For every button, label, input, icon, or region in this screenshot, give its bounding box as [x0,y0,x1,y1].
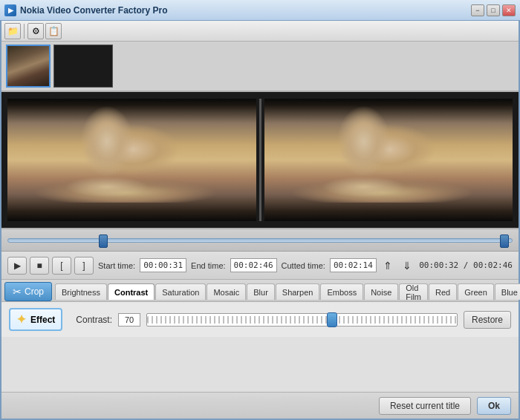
contrast-value[interactable]: 70 [118,313,140,327]
start-time-value[interactable]: 00:00:31 [140,258,186,272]
main-window: 📁 ⚙ 📋 [0,21,520,420]
toolbar-separator [24,24,25,39]
effect-area: ✂ Crop BrightnessContrastSaturationMosai… [1,280,519,392]
timeline-slider[interactable] [7,238,513,243]
arrow-up-button[interactable]: ⇑ [380,257,396,274]
cutted-time-label: Cutted time: [282,261,325,270]
effect-tab-red[interactable]: Red [429,283,457,300]
contrast-label: Contrast: [76,315,112,325]
preview-area [1,92,519,229]
time-display-right: 00:00:32 / 00:02:46 [419,260,513,270]
app-icon: ▶ [4,4,16,16]
crop-icon: ✂ [13,286,22,298]
timeline-handle-left[interactable] [99,234,108,248]
ok-button[interactable]: Ok [477,397,511,415]
effect-slider-handle[interactable] [327,312,337,327]
effect-tab-blur[interactable]: Blur [247,283,275,300]
toolbar-btn-3[interactable]: 📋 [45,23,62,39]
thumbnail-empty [53,45,113,88]
effect-slider[interactable] [146,313,458,327]
thumbnail-item-1[interactable] [6,45,51,88]
app-title: Nokia Video Converter Factory Pro [20,5,471,16]
toolbar-btn-1[interactable]: 📁 [4,23,21,39]
reset-button[interactable]: Reset current title [379,397,471,415]
minimize-button[interactable]: − [471,4,484,16]
restore-button[interactable]: Restore [464,311,511,329]
bracket-right-button[interactable]: ] [74,257,94,275]
effect-tab-green[interactable]: Green [458,283,494,300]
effect-tabs-row: ✂ Crop BrightnessContrastSaturationMosai… [1,280,519,302]
preview-left [7,99,256,221]
effect-tab-old-film[interactable]: Old Film [399,283,428,300]
effect-tab-emboss[interactable]: Emboss [320,283,363,300]
effect-label: Effect [30,315,55,325]
toolbar-strip: 📁 ⚙ 📋 [1,21,519,42]
cutted-time-value: 00:02:14 [330,258,377,272]
effect-section-label: ✦ Effect [9,308,62,331]
effect-slider-track [147,316,457,324]
play-button[interactable]: ▶ [7,257,27,275]
effect-tab-brightness[interactable]: Brightness [55,283,107,300]
controls-bar: ▶ ■ [ ] Start time: 00:00:31 End time: 0… [1,252,519,280]
effect-tab-saturation[interactable]: Saturation [155,283,206,300]
effect-tab-blue[interactable]: Blue [495,283,520,300]
effect-tab-sharpen[interactable]: Sharpen [276,283,320,300]
effect-tab-mosaic[interactable]: Mosaic [207,283,246,300]
end-time-value[interactable]: 00:02:46 [230,258,277,272]
preview-right [264,99,513,221]
bottom-bar: Reset current title Ok [1,392,519,419]
effect-tabs-container: BrightnessContrastSaturationMosaicBlurSh… [55,283,520,300]
toolbar-btn-2[interactable]: ⚙ [27,23,44,39]
crop-button[interactable]: ✂ Crop [4,282,52,301]
preview-divider [259,99,261,221]
effect-control-row: ✦ Effect Contrast: 70 Restore [1,302,519,337]
timeline-area [1,229,519,252]
stop-button[interactable]: ■ [30,257,49,275]
effect-tab-contrast[interactable]: Contrast [108,283,155,300]
arrow-down-button[interactable]: ⇓ [399,257,415,274]
maximize-button[interactable]: □ [487,4,500,16]
title-bar: ▶ Nokia Video Converter Factory Pro − □ … [0,0,520,21]
start-time-label: Start time: [98,261,135,270]
effect-star-icon: ✦ [16,312,26,327]
window-controls: − □ ✕ [471,4,516,16]
close-button[interactable]: ✕ [502,4,516,16]
thumb-image-1 [7,46,49,86]
thumbnail-strip [1,42,519,92]
timeline-handle-right[interactable] [500,234,509,248]
bracket-left-button[interactable]: [ [52,257,71,275]
effect-tab-noise[interactable]: Noise [364,283,398,300]
crop-label: Crop [25,286,44,297]
end-time-label: End time: [191,261,225,270]
